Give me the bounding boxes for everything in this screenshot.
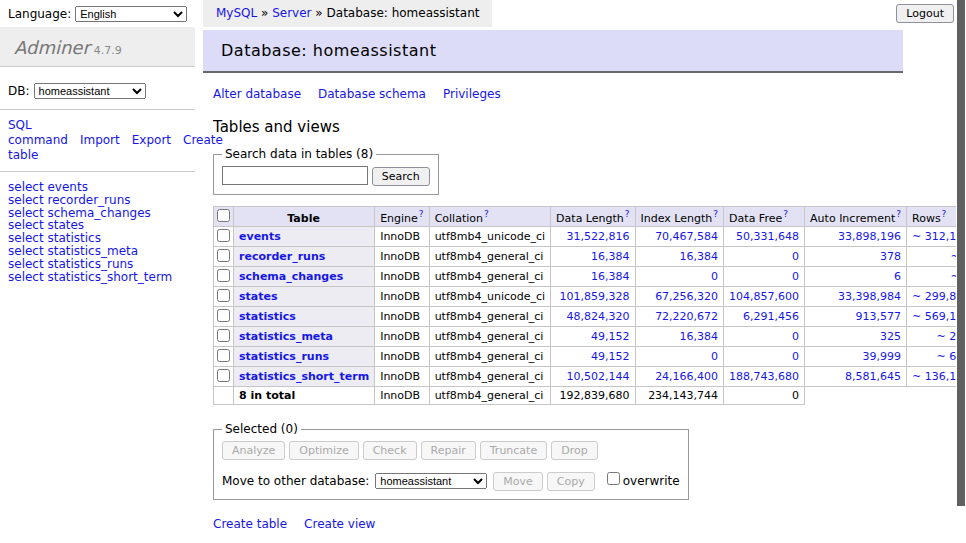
data-free-link[interactable]: 50,331,648 xyxy=(729,230,799,243)
help-link[interactable]: ? xyxy=(625,209,630,219)
row-checkbox[interactable] xyxy=(217,289,230,302)
data-free-link[interactable]: 6,291,456 xyxy=(729,310,799,323)
auto-increment-link[interactable]: 6 xyxy=(810,270,901,283)
row-checkbox[interactable] xyxy=(217,249,230,262)
data-length-link[interactable]: 49,152 xyxy=(556,330,629,343)
move-button[interactable]: Move xyxy=(493,472,543,491)
index-length-link[interactable]: 0 xyxy=(641,270,719,283)
db-select[interactable]: homeassistant xyxy=(34,83,146,99)
index-length-link[interactable]: 24,166,400 xyxy=(641,370,719,383)
vertical-scrollbar-thumb[interactable] xyxy=(957,0,965,506)
table-name-link[interactable]: statistics_meta xyxy=(239,330,333,343)
copy-button[interactable]: Copy xyxy=(547,472,595,491)
create-link[interactable]: Create table xyxy=(213,517,287,531)
language-select[interactable]: English xyxy=(75,6,187,22)
help-link[interactable]: ? xyxy=(783,209,788,219)
data-length-link[interactable]: 49,152 xyxy=(556,350,629,363)
database-action-link[interactable]: Privileges xyxy=(443,87,501,101)
column-header-label: Table xyxy=(287,211,320,224)
search-input[interactable] xyxy=(222,166,368,185)
index-length-link[interactable]: 16,384 xyxy=(641,330,719,343)
help-link[interactable]: ? xyxy=(713,209,718,219)
table-operation-button[interactable]: Repair xyxy=(421,441,476,460)
create-link[interactable]: Create view xyxy=(304,517,375,531)
auto-increment-link[interactable]: 39,999 xyxy=(810,350,901,363)
database-action-link[interactable]: Alter database xyxy=(213,87,301,101)
vertical-scrollbar-track[interactable] xyxy=(956,0,966,543)
sidebar-action-link[interactable]: Import xyxy=(80,133,120,147)
data-free-link[interactable]: 0 xyxy=(729,330,799,343)
help-link[interactable]: ? xyxy=(484,209,489,219)
row-checkbox[interactable] xyxy=(217,349,230,362)
breadcrumb-item[interactable]: Database: homeassistant xyxy=(327,6,480,20)
sidebar-table-links: select eventsselect recorder_runsselect … xyxy=(8,181,195,283)
table-name-link[interactable]: schema_changes xyxy=(239,270,343,283)
data-length-link[interactable]: 31,522,816 xyxy=(556,230,629,243)
sidebar-select-table-link[interactable]: select statistics_runs xyxy=(8,258,195,271)
search-button[interactable]: Search xyxy=(372,167,430,186)
sidebar-select-table-link[interactable]: select statistics_meta xyxy=(8,245,195,258)
overwrite-label: overwrite xyxy=(623,474,680,488)
sidebar-select-table-link[interactable]: select events xyxy=(8,181,195,194)
table-operation-button[interactable]: Analyze xyxy=(222,441,285,460)
index-length-cell: 16,384 xyxy=(635,327,724,347)
data-free-cell: 6,291,456 xyxy=(724,307,805,327)
sidebar-action-link[interactable]: SQL command xyxy=(8,118,68,147)
adminer-logo: Adminer 4.7.9 xyxy=(0,27,195,67)
auto-increment-link[interactable]: 378 xyxy=(810,250,901,263)
table-name-link[interactable]: statistics_short_term xyxy=(239,370,369,383)
row-checkbox[interactable] xyxy=(217,309,230,322)
row-checkbox[interactable] xyxy=(217,229,230,242)
table-name-link[interactable]: statistics xyxy=(239,310,296,323)
table-name-link[interactable]: events xyxy=(239,230,281,243)
data-free-link[interactable]: 188,743,680 xyxy=(729,370,799,383)
table-operation-button[interactable]: Optimize xyxy=(289,441,358,460)
auto-increment-link[interactable]: 33,898,196 xyxy=(810,230,901,243)
row-checkbox[interactable] xyxy=(217,269,230,282)
select-all-checkbox[interactable] xyxy=(217,209,230,222)
breadcrumb-item[interactable]: Server xyxy=(272,6,311,20)
data-free-link[interactable]: 0 xyxy=(729,270,799,283)
data-length-link[interactable]: 48,824,320 xyxy=(556,310,629,323)
move-db-select[interactable]: homeassistant xyxy=(375,473,487,489)
table-operation-button[interactable]: Check xyxy=(363,441,417,460)
column-header-label: Engine xyxy=(380,211,418,224)
sidebar-action-link[interactable]: Export xyxy=(132,133,171,147)
data-length-link[interactable]: 16,384 xyxy=(556,250,629,263)
index-length-link[interactable]: 72,220,672 xyxy=(641,310,719,323)
overwrite-checkbox[interactable] xyxy=(607,472,620,485)
data-length-link[interactable]: 10,502,144 xyxy=(556,370,629,383)
data-free-link[interactable]: 0 xyxy=(729,250,799,263)
breadcrumb-item[interactable]: MySQL xyxy=(216,6,257,20)
auto-increment-link[interactable]: 325 xyxy=(810,330,901,343)
help-link[interactable]: ? xyxy=(942,209,947,219)
index-length-link[interactable]: 16,384 xyxy=(641,250,719,263)
index-length-link[interactable]: 70,467,584 xyxy=(641,230,719,243)
auto-increment-link[interactable]: 33,398,984 xyxy=(810,290,901,303)
data-free-link[interactable]: 0 xyxy=(729,350,799,363)
help-link[interactable]: ? xyxy=(419,209,424,219)
table-name-link[interactable]: recorder_runs xyxy=(239,250,325,263)
create-links: Create tableCreate view xyxy=(213,517,903,531)
column-header: Collation? xyxy=(429,206,550,227)
index-length-link[interactable]: 67,256,320 xyxy=(641,290,719,303)
logout-button[interactable]: Logout xyxy=(896,4,954,23)
row-checkbox[interactable] xyxy=(217,369,230,382)
auto-increment-link[interactable]: 8,581,645 xyxy=(810,370,901,383)
data-free-link[interactable]: 104,857,600 xyxy=(729,290,799,303)
index-length-link[interactable]: 0 xyxy=(641,350,719,363)
help-link[interactable]: ? xyxy=(896,209,901,219)
database-action-link[interactable]: Database schema xyxy=(318,87,426,101)
row-checkbox[interactable] xyxy=(217,329,230,342)
data-length-link[interactable]: 101,859,328 xyxy=(556,290,629,303)
auto-increment-link[interactable]: 913,577 xyxy=(810,310,901,323)
table-operation-button[interactable]: Drop xyxy=(551,441,597,460)
table-name-link[interactable]: states xyxy=(239,290,278,303)
total-engine: InnoDB xyxy=(375,387,429,405)
sidebar-select-table-link[interactable]: select statistics_short_term xyxy=(8,271,195,284)
index-length-cell: 72,220,672 xyxy=(635,307,724,327)
table-name-link[interactable]: statistics_runs xyxy=(239,350,329,363)
sidebar-select-table-link[interactable]: select recorder_runs xyxy=(8,194,195,207)
table-operation-button[interactable]: Truncate xyxy=(480,441,547,460)
data-length-link[interactable]: 16,384 xyxy=(556,270,629,283)
